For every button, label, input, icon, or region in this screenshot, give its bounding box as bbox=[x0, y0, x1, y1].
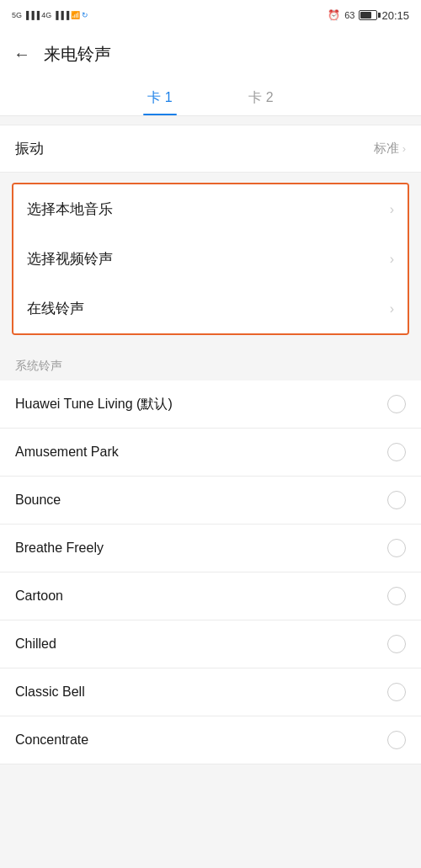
wifi-icon: 📶 bbox=[71, 11, 80, 19]
ringtone-name-concentrate: Concentrate bbox=[15, 732, 88, 748]
online-ringtone-item[interactable]: 在线铃声 › bbox=[13, 284, 408, 333]
mobile-data-icon: 5G bbox=[12, 11, 22, 19]
tab-card1-label: 卡 1 bbox=[147, 90, 172, 104]
ringtone-item-huawei-tune[interactable]: Huawei Tune Living (默认) bbox=[0, 381, 421, 429]
tab-card1[interactable]: 卡 1 bbox=[109, 77, 210, 115]
vibration-mode: 标准 bbox=[374, 141, 399, 157]
online-ringtone-chevron-icon: › bbox=[390, 301, 394, 317]
select-local-music-label: 选择本地音乐 bbox=[27, 200, 113, 219]
signal-bars-2: ▐▐▐ bbox=[53, 11, 69, 19]
select-local-music-item[interactable]: 选择本地音乐 › bbox=[13, 184, 408, 234]
radio-button-amusement-park[interactable] bbox=[387, 443, 406, 461]
vibration-chevron-icon: › bbox=[402, 142, 406, 155]
vibration-row[interactable]: 振动 标准 › bbox=[0, 125, 421, 173]
status-right: ⏰ 63 20:15 bbox=[328, 9, 409, 22]
radio-button-huawei-tune[interactable] bbox=[387, 395, 406, 413]
status-left: 5G ▐▐▐ 4G ▐▐▐ 📶 ↻ bbox=[12, 11, 88, 19]
status-bar: 5G ▐▐▐ 4G ▐▐▐ 📶 ↻ ⏰ 63 20:15 bbox=[0, 0, 421, 30]
ringtone-item-cartoon[interactable]: Cartoon bbox=[0, 572, 421, 620]
page-title: 来电铃声 bbox=[44, 43, 111, 66]
time-display: 20:15 bbox=[381, 9, 409, 22]
ringtone-item-classic-bell[interactable]: Classic Bell bbox=[0, 668, 421, 716]
radio-button-cartoon[interactable] bbox=[387, 587, 406, 605]
radio-button-concentrate[interactable] bbox=[387, 731, 406, 749]
ringtone-name-bounce: Bounce bbox=[15, 493, 61, 508]
radio-button-chilled[interactable] bbox=[387, 635, 406, 653]
select-video-ringtone-label: 选择视频铃声 bbox=[27, 249, 113, 269]
battery-fill bbox=[360, 12, 371, 19]
tab-card2[interactable]: 卡 2 bbox=[210, 77, 312, 115]
sync-icon: ↻ bbox=[82, 11, 88, 19]
battery-level: 63 bbox=[344, 10, 354, 20]
online-ringtone-label: 在线铃声 bbox=[27, 299, 84, 318]
system-ringtones-section-label: 系统铃声 bbox=[0, 345, 421, 381]
video-ringtone-chevron-icon: › bbox=[390, 252, 394, 267]
page-header: ← 来电铃声 bbox=[0, 30, 421, 77]
ringtone-list: Huawei Tune Living (默认) Amusement Park B… bbox=[0, 381, 421, 764]
ringtone-name-huawei-tune: Huawei Tune Living (默认) bbox=[15, 396, 173, 413]
status-icons: 5G ▐▐▐ 4G ▐▐▐ 📶 ↻ bbox=[12, 11, 88, 19]
alarm-icon: ⏰ bbox=[328, 9, 340, 21]
tab-card2-label: 卡 2 bbox=[248, 90, 273, 104]
4g-icon: 4G bbox=[41, 11, 51, 19]
highlighted-menu-section: 选择本地音乐 › 选择视频铃声 › 在线铃声 › bbox=[12, 183, 409, 335]
ringtone-name-breathe-freely: Breathe Freely bbox=[15, 541, 104, 556]
vibration-value: 标准 › bbox=[374, 141, 406, 157]
select-video-ringtone-item[interactable]: 选择视频铃声 › bbox=[13, 234, 408, 284]
vibration-label: 振动 bbox=[15, 139, 44, 158]
ringtone-item-chilled[interactable]: Chilled bbox=[0, 620, 421, 668]
ringtone-item-breathe-freely[interactable]: Breathe Freely bbox=[0, 525, 421, 572]
back-button[interactable]: ← bbox=[13, 45, 30, 62]
ringtone-name-amusement-park: Amusement Park bbox=[15, 445, 119, 460]
ringtone-item-concentrate[interactable]: Concentrate bbox=[0, 716, 421, 764]
ringtone-item-amusement-park[interactable]: Amusement Park bbox=[0, 429, 421, 477]
ringtone-name-classic-bell: Classic Bell bbox=[15, 684, 85, 700]
local-music-chevron-icon: › bbox=[390, 202, 394, 217]
signal-bars: ▐▐▐ bbox=[24, 11, 40, 19]
radio-button-breathe-freely[interactable] bbox=[387, 539, 406, 557]
ringtone-name-cartoon: Cartoon bbox=[15, 588, 63, 604]
tabs-container: 卡 1 卡 2 bbox=[0, 77, 421, 116]
radio-button-classic-bell[interactable] bbox=[387, 683, 406, 701]
battery-icon bbox=[359, 10, 377, 20]
ringtone-item-bounce[interactable]: Bounce bbox=[0, 477, 421, 525]
ringtone-name-chilled: Chilled bbox=[15, 636, 56, 652]
radio-button-bounce[interactable] bbox=[387, 491, 406, 509]
